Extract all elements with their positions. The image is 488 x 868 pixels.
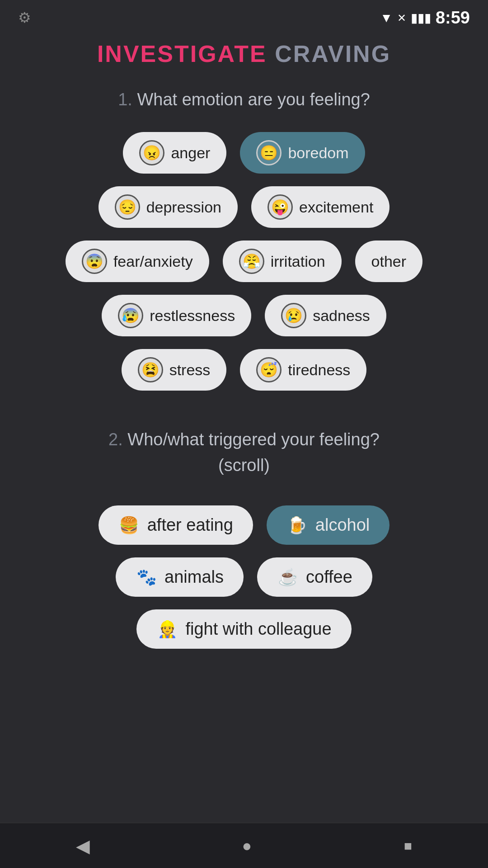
emotion-excitement[interactable]: 😜 excitement: [251, 186, 389, 228]
nav-home-button[interactable]: ●: [224, 832, 270, 860]
irritation-icon: 😤: [239, 249, 264, 274]
question2: 2. Who/what triggered your feeling?(scro…: [23, 427, 465, 478]
status-icons: ▼ ✕ ▮▮▮ 8:59: [380, 8, 470, 28]
nav-recent-button[interactable]: ■: [386, 834, 430, 858]
status-left-icon: ⚙: [18, 9, 31, 26]
emotion-row-1: 😠 anger 😑 boredom: [123, 132, 365, 174]
trigger-row-1: 🍔 after eating 🍺 alcohol: [99, 505, 390, 545]
emotion-row-4: 😰 restlessness 😢 sadness: [102, 295, 386, 336]
trigger-row-2: 🐾 animals ☕ coffee: [116, 557, 372, 597]
alcohol-icon: 🍺: [286, 516, 308, 535]
animals-label: animals: [164, 567, 224, 587]
emotion-tiredness[interactable]: 😴 tiredness: [240, 349, 366, 391]
fear-icon: 😨: [82, 249, 107, 274]
sadness-label: sadness: [313, 307, 370, 325]
emotion-grid: 😠 anger 😑 boredom 😔 depression 😜 excitem…: [23, 132, 465, 391]
boredom-icon: 😑: [256, 140, 282, 165]
emotion-stress[interactable]: 😫 stress: [122, 349, 227, 391]
fight-label: fight with colleague: [185, 619, 331, 639]
question1: 1. What emotion are you feeling?: [23, 90, 465, 109]
depression-icon: 😔: [115, 194, 140, 220]
emotion-row-3: 😨 fear/anxiety 😤 irritation other: [66, 241, 422, 282]
excitement-label: excitement: [299, 198, 373, 216]
excitement-icon: 😜: [267, 194, 293, 220]
emotion-row-5: 😫 stress 😴 tiredness: [122, 349, 367, 391]
tiredness-icon: 😴: [256, 357, 282, 382]
fight-icon: 👷: [156, 620, 178, 639]
coffee-icon: ☕: [277, 568, 299, 587]
after-eating-label: after eating: [147, 515, 233, 535]
animals-icon: 🐾: [136, 568, 157, 587]
irritation-label: irritation: [271, 253, 325, 270]
after-eating-icon: 🍔: [118, 516, 140, 535]
no-sim-icon: ✕: [397, 12, 406, 24]
alcohol-label: alcohol: [315, 515, 370, 535]
page-title: INVESTIGATE CRAVING: [23, 40, 465, 67]
emotion-depression[interactable]: 😔 depression: [99, 186, 238, 228]
trigger-coffee[interactable]: ☕ coffee: [257, 557, 372, 597]
tiredness-label: tiredness: [288, 361, 350, 379]
battery-icon: ▮▮▮: [411, 10, 431, 25]
trigger-after-eating[interactable]: 🍔 after eating: [99, 505, 253, 545]
stress-label: stress: [169, 361, 211, 379]
main-content: INVESTIGATE CRAVING 1. What emotion are …: [0, 31, 488, 667]
wifi-icon: ▼: [380, 11, 393, 25]
emotion-boredom[interactable]: 😑 boredom: [240, 132, 365, 174]
status-time: 8:59: [436, 8, 470, 28]
stress-icon: 😫: [138, 357, 163, 382]
question1-number: 1.: [118, 90, 132, 109]
anger-icon: 😠: [139, 140, 164, 165]
status-bar: ⚙ ▼ ✕ ▮▮▮ 8:59: [0, 0, 488, 31]
depression-label: depression: [146, 198, 221, 216]
fear-label: fear/anxiety: [113, 253, 193, 270]
trigger-row-3: 👷 fight with colleague: [136, 609, 351, 649]
title-investigate: INVESTIGATE: [97, 41, 267, 67]
emotion-row-2: 😔 depression 😜 excitement: [99, 186, 390, 228]
restlessness-label: restlessness: [150, 307, 235, 325]
trigger-animals[interactable]: 🐾 animals: [116, 557, 244, 597]
anger-label: anger: [171, 144, 210, 162]
bottom-nav: ◀ ● ■: [0, 823, 488, 868]
emotion-other[interactable]: other: [355, 241, 423, 282]
trigger-alcohol[interactable]: 🍺 alcohol: [267, 505, 389, 545]
other-label: other: [371, 253, 407, 270]
boredom-label: boredom: [288, 144, 348, 162]
emotion-anger[interactable]: 😠 anger: [123, 132, 226, 174]
emotion-fear-anxiety[interactable]: 😨 fear/anxiety: [66, 241, 209, 282]
nav-back-button[interactable]: ◀: [58, 831, 108, 861]
question1-text: What emotion are you feeling?: [137, 90, 370, 109]
emotion-restlessness[interactable]: 😰 restlessness: [102, 295, 251, 336]
section2: 2. Who/what triggered your feeling?(scro…: [23, 427, 465, 649]
trigger-grid: 🍔 after eating 🍺 alcohol 🐾 animals ☕ cof…: [23, 505, 465, 649]
title-craving: CRAVING: [267, 41, 391, 67]
restlessness-icon: 😰: [118, 303, 143, 328]
coffee-label: coffee: [306, 567, 352, 587]
sadness-icon: 😢: [281, 303, 306, 328]
emotion-irritation[interactable]: 😤 irritation: [223, 241, 342, 282]
question2-number: 2.: [108, 430, 123, 449]
emotion-sadness[interactable]: 😢 sadness: [265, 295, 386, 336]
trigger-fight-with-colleague[interactable]: 👷 fight with colleague: [136, 609, 351, 649]
